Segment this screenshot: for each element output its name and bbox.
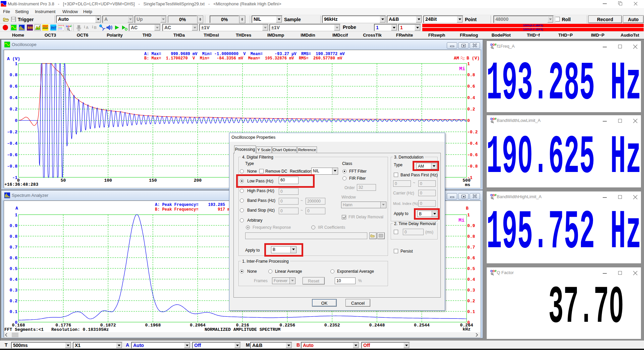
svg-text:190.625 Hz: 190.625 Hz [487, 127, 641, 187]
svg-text:0.9: 0.9 [10, 223, 18, 228]
svg-text:0.2256: 0.2256 [279, 323, 295, 328]
svg-text:1: 1 [467, 61, 470, 67]
svg-text:Mi: Mi [459, 218, 465, 223]
svg-text:-0.2: -0.2 [7, 130, 17, 135]
svg-text:0.2544: 0.2544 [414, 323, 430, 328]
svg-text:B (V): B (V) [467, 56, 480, 61]
svg-text:0.1968: 0.1968 [145, 323, 161, 328]
svg-text:DUT: DUT [51, 26, 57, 29]
svg-text:100: 100 [104, 178, 112, 183]
svg-text:195.752 Hz: 195.752 Hz [487, 201, 641, 263]
svg-text:AM: AM [454, 56, 459, 61]
svg-text:193.285 Hz: 193.285 Hz [487, 53, 641, 113]
svg-text:A: Peak Frequency= 193.285: A: Peak Frequency= 193.285 Hz [155, 203, 235, 207]
svg-text:1: 1 [467, 213, 470, 218]
svg-text:A: A [86, 26, 89, 30]
svg-text:B: Peak Frequency= 917: B: Peak Frequency= 917 mHz [155, 207, 235, 212]
svg-text:888: 888 [28, 26, 33, 30]
svg-text:-0.8: -0.8 [467, 164, 478, 169]
svg-text:0.5: 0.5 [467, 266, 475, 271]
svg-text:-0.2: -0.2 [467, 130, 478, 135]
svg-text:DDP: DDP [66, 25, 72, 28]
svg-text:+16:36:48:283: +16:36:48:283 [4, 182, 39, 187]
svg-text:A: A [15, 206, 18, 211]
svg-text:Mi: Mi [459, 66, 465, 72]
svg-text:A (V): A (V) [7, 56, 20, 61]
svg-text:0.8: 0.8 [467, 234, 475, 239]
svg-text:0.4: 0.4 [10, 95, 18, 100]
svg-text:0.2: 0.2 [10, 107, 18, 112]
svg-text:-0.8: -0.8 [7, 164, 17, 169]
svg-text:0.3: 0.3 [10, 288, 18, 293]
svg-text:-0.4: -0.4 [467, 141, 478, 146]
svg-text:FFT Segments:<1: FFT Segments:<1 [4, 327, 44, 332]
svg-text:0.7: 0.7 [10, 245, 17, 250]
svg-text:0.3: 0.3 [467, 288, 475, 293]
svg-text:ms: ms [465, 182, 470, 187]
svg-text:0.6: 0.6 [10, 256, 18, 261]
svg-text:B: B [466, 206, 469, 211]
svg-text:150: 150 [149, 178, 157, 183]
svg-text:B: Max= 1.1700270 V Min=: B: Max= 1.1700270 V Min= -84.3356 mV Mea… [144, 56, 342, 61]
svg-text:0.8: 0.8 [10, 234, 18, 239]
svg-text:0.4: 0.4 [467, 95, 475, 100]
svg-text:0.5: 0.5 [10, 266, 18, 271]
svg-text:B: B [94, 26, 97, 30]
svg-text:37.70: 37.70 [548, 277, 624, 338]
svg-text:kHz: kHz [463, 327, 470, 332]
svg-text:0.2448: 0.2448 [369, 323, 385, 328]
svg-text:-0.6: -0.6 [7, 152, 17, 158]
svg-text:0.4: 0.4 [467, 277, 475, 282]
svg-text:-0.6: -0.6 [467, 152, 478, 158]
svg-text:0.2064: 0.2064 [190, 323, 206, 328]
svg-text:0.6: 0.6 [467, 256, 475, 261]
svg-text:0: 0 [15, 118, 17, 123]
svg-text:0.9: 0.9 [467, 223, 475, 228]
svg-text:1: 1 [15, 213, 17, 218]
svg-text:0.6: 0.6 [10, 84, 18, 89]
svg-text:50: 50 [61, 178, 66, 183]
svg-text:-0.4: -0.4 [7, 141, 17, 146]
svg-text:1: 1 [15, 61, 17, 67]
svg-text:0.6: 0.6 [467, 84, 475, 89]
svg-text:0.2: 0.2 [10, 299, 18, 304]
svg-text:Resolution: 0.183105Hz: Resolution: 0.183105Hz [51, 327, 109, 332]
svg-text:-1: -1 [12, 175, 17, 180]
svg-text:0.1: 0.1 [10, 309, 18, 314]
svg-text:0: 0 [467, 118, 470, 123]
svg-text:0.2: 0.2 [467, 299, 475, 304]
svg-text:NORMALIZED AMPLITUDE SPECTRUM: NORMALIZED AMPLITUDE SPECTRUM [205, 327, 280, 332]
svg-text:0.2: 0.2 [467, 107, 475, 112]
svg-text:0.7: 0.7 [467, 245, 475, 250]
svg-text:0.2352: 0.2352 [324, 323, 340, 328]
svg-text:200: 200 [194, 178, 202, 183]
svg-text:0.1: 0.1 [467, 309, 475, 314]
svg-text:0.8: 0.8 [10, 73, 18, 78]
svg-text:0.8: 0.8 [467, 73, 475, 78]
svg-text:0.4: 0.4 [10, 277, 18, 282]
